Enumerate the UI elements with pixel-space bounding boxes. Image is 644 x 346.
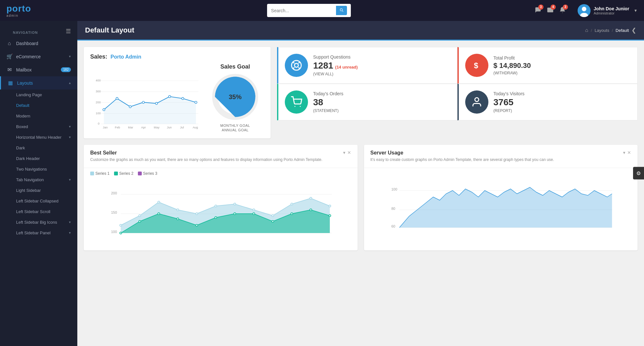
sidebar-item-layouts[interactable]: ▦ Layouts ▴ — [0, 76, 77, 89]
su-y-80: 80 — [391, 207, 395, 210]
sidebar-sub-boxed[interactable]: Boxed ▾ — [0, 121, 77, 132]
server-usage-minimize-button[interactable]: ▾ — [623, 150, 625, 155]
sidebar-sub-modern-label: Modern — [16, 114, 30, 118]
search-box[interactable] — [267, 4, 351, 17]
monthly-goal-link[interactable]: MONTHLY GOAL — [220, 124, 250, 127]
s1-dot-9 — [291, 203, 293, 205]
s2-dot-0 — [120, 232, 122, 234]
legend-dot-series1 — [90, 172, 94, 175]
bell-icon-badge[interactable]: 3 — [559, 6, 566, 15]
orders-icon-circle — [285, 90, 308, 114]
sidebar-sub-default[interactable]: Default — [0, 100, 77, 111]
sidebar-sub-big-icons[interactable]: Left Sidebar Big Icons ▾ — [0, 217, 77, 228]
sidebar-sub-collapsed[interactable]: Left Sidebar Collapsed — [0, 196, 77, 206]
visitors-icon-circle — [465, 90, 488, 114]
mailbox-badge: 182 — [61, 67, 71, 72]
orders-value: 38 — [313, 98, 451, 108]
server-usage-chart: 60 80 100 — [370, 171, 631, 236]
sidebar-sub-panel-label: Left Sidebar Panel — [16, 230, 51, 235]
s1-dot-5 — [215, 205, 217, 207]
profit-icon-circle: $ — [465, 54, 488, 77]
messages-icon-badge[interactable]: 3 — [534, 6, 542, 15]
hamburger-area: Navigation ☰ — [0, 21, 77, 42]
sidebar-sub-light-label: Light Sidebar — [16, 188, 41, 193]
sidebar-sub-light[interactable]: Light Sidebar — [0, 185, 77, 196]
y-label-200: 200 — [96, 101, 101, 104]
server-usage-body: 60 80 100 — [364, 168, 638, 243]
legend-series2: Series 2 — [114, 171, 133, 176]
server-usage-desc: It's easy to create custom graphs on Por… — [370, 157, 554, 163]
orders-title: Today's Orders — [313, 91, 451, 96]
visitors-value: 3765 — [494, 98, 631, 108]
x-jun: Jun — [167, 126, 172, 129]
dot-7 — [195, 101, 197, 104]
s2-dot-9 — [291, 213, 293, 215]
svg-line-14 — [293, 67, 294, 69]
dot-0 — [103, 108, 105, 111]
settings-widget[interactable]: ⚙ — [633, 167, 644, 179]
sidebar-sub-dark[interactable]: Dark — [0, 143, 77, 153]
avatar-icon — [578, 4, 591, 17]
breadcrumb-sep1: / — [591, 28, 592, 33]
x-may: May — [154, 126, 159, 129]
breadcrumb-home-icon[interactable]: ⌂ — [585, 27, 588, 33]
s1-dot-1 — [139, 215, 141, 217]
x-jul: Jul — [180, 126, 184, 129]
server-usage-panel: Server Usage It's easy to create custom … — [364, 145, 638, 250]
sales-card: Sales: Porto Admin 0 100 200 300 400 — [84, 47, 271, 138]
collapse-button[interactable]: ❮ — [631, 27, 636, 34]
sidebar-sub-panel[interactable]: Left Sidebar Panel ▾ — [0, 228, 77, 238]
hamburger-button[interactable]: ☰ — [66, 28, 71, 35]
user-dropdown[interactable]: John Doe Junior Administrator ▼ — [578, 4, 638, 17]
sidebar-sub-dark-header-label: Dark Header — [16, 156, 40, 161]
sidebar-item-ecommerce[interactable]: 🛒 eCommerce ▾ — [0, 50, 77, 63]
bottom-row: Best Seller Customize the graphs as much… — [84, 145, 638, 250]
sidebar-sub-modern[interactable]: Modern — [0, 111, 77, 121]
sidebar-sub-tab[interactable]: Tab Navigation ▾ — [0, 174, 77, 185]
visitors-link[interactable]: (REPORT) — [494, 108, 631, 113]
panel-actions-server: ▾ ✕ — [623, 150, 631, 155]
sidebar-sub-dark-header[interactable]: Dark Header — [0, 153, 77, 164]
profit-title: Total Profit — [494, 55, 631, 61]
visitors-title: Today's Visitors — [494, 91, 631, 96]
s1-dot-2 — [158, 201, 160, 203]
sidebar-sub-dark-label: Dark — [16, 145, 25, 150]
dot-1 — [116, 98, 118, 100]
legend-series3-label: Series 3 — [143, 171, 157, 176]
orders-link[interactable]: (STATEMENT) — [313, 108, 451, 113]
search-input[interactable] — [271, 8, 333, 13]
stat-row-bottom: Today's Orders 38 (STATEMENT) — [277, 84, 638, 120]
breadcrumb-layouts[interactable]: Layouts — [595, 28, 610, 33]
sales-line-chart: 0 100 200 300 400 — [90, 66, 200, 131]
legend-dot-series2 — [114, 172, 118, 175]
sidebar-sub-landing[interactable]: Landing Page — [0, 89, 77, 100]
best-seller-close-button[interactable]: ✕ — [347, 150, 351, 155]
best-seller-header-text: Best Seller Customize the graphs as much… — [90, 150, 322, 163]
sidebar-sub-two-nav[interactable]: Two Navigations — [0, 164, 77, 174]
orders-cart-icon — [291, 96, 302, 108]
annual-goal-link[interactable]: ANNUAL GOAL — [222, 128, 248, 132]
goal-container: Sales Goal — [206, 63, 264, 132]
best-seller-minimize-button[interactable]: ▾ — [343, 150, 345, 155]
horizontal-chevron-icon: ▾ — [69, 135, 71, 139]
goal-links: MONTHLY GOAL ANNUAL GOAL — [220, 124, 250, 132]
server-usage-header-text: Server Usage It's easy to create custom … — [370, 150, 554, 163]
dot-6 — [182, 98, 184, 100]
sidebar-sub-horizontal[interactable]: Horizontal Menu Header ▾ — [0, 132, 77, 143]
support-value-row: 1281 (14 unread) — [313, 61, 451, 71]
donut-percent: 35% — [229, 93, 242, 101]
profit-link[interactable]: (WITHDRAW) — [494, 71, 631, 75]
support-link[interactable]: (VIEW ALL) — [313, 72, 451, 76]
header-icons: 3 4 3 John Doe Junior Administrator ▼ — [534, 4, 638, 17]
user-avatar — [578, 4, 591, 17]
sidebar-sub-scroll[interactable]: Left Sidebar Scroll — [0, 206, 77, 217]
server-usage-close-button[interactable]: ✕ — [627, 150, 631, 155]
best-seller-header: Best Seller Customize the graphs as much… — [84, 145, 358, 168]
sidebar-item-mailbox[interactable]: ✉ Mailbox 182 — [0, 63, 77, 76]
sidebar-item-ecommerce-label: eCommerce — [16, 54, 41, 59]
search-button[interactable] — [336, 6, 347, 15]
y-label-0: 0 — [98, 122, 100, 125]
email-icon-badge[interactable]: 4 — [547, 6, 554, 15]
bs-y-200: 200 — [111, 191, 117, 195]
user-chevron-icon: ▼ — [634, 8, 638, 13]
